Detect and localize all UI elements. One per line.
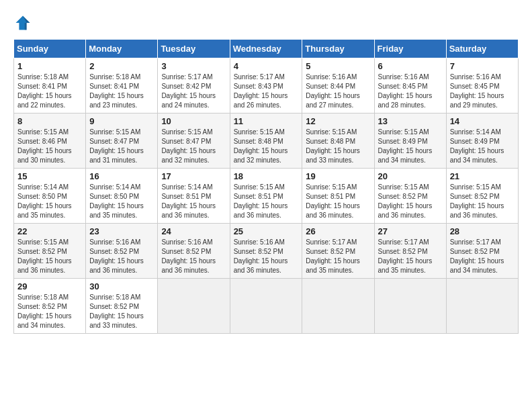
calendar-table: SundayMondayTuesdayWednesdayThursdayFrid… [13, 39, 519, 334]
day-number: 29 [17, 281, 82, 291]
day-info: Sunrise: 5:17 AM Sunset: 8:52 PM Dayligh… [450, 238, 515, 275]
day-number: 4 [234, 61, 299, 71]
day-info: Sunrise: 5:18 AM Sunset: 8:52 PM Dayligh… [89, 293, 154, 330]
calendar-header-row: SundayMondayTuesdayWednesdayThursdayFrid… [14, 40, 519, 58]
day-header-wednesday: Wednesday [230, 40, 302, 58]
day-number: 19 [306, 171, 370, 181]
calendar-cell: 14Sunrise: 5:14 AM Sunset: 8:49 PM Dayli… [446, 113, 518, 169]
day-number: 25 [234, 226, 299, 236]
calendar-cell [158, 279, 230, 334]
day-number: 17 [161, 171, 226, 181]
calendar-cell: 3Sunrise: 5:17 AM Sunset: 8:42 PM Daylig… [158, 58, 230, 113]
calendar-cell: 25Sunrise: 5:16 AM Sunset: 8:52 PM Dayli… [230, 224, 302, 279]
calendar-cell: 30Sunrise: 5:18 AM Sunset: 8:52 PM Dayli… [86, 279, 158, 334]
calendar-cell: 20Sunrise: 5:15 AM Sunset: 8:52 PM Dayli… [374, 169, 446, 224]
day-info: Sunrise: 5:15 AM Sunset: 8:46 PM Dayligh… [17, 128, 82, 165]
day-info: Sunrise: 5:14 AM Sunset: 8:50 PM Dayligh… [17, 183, 82, 220]
calendar-cell [230, 279, 302, 334]
calendar-cell [374, 279, 446, 334]
day-info: Sunrise: 5:14 AM Sunset: 8:51 PM Dayligh… [161, 183, 226, 220]
day-number: 28 [450, 226, 515, 236]
day-number: 20 [378, 171, 443, 181]
day-number: 5 [306, 61, 370, 71]
day-number: 15 [17, 171, 82, 181]
day-number: 8 [17, 116, 82, 126]
day-info: Sunrise: 5:17 AM Sunset: 8:52 PM Dayligh… [378, 238, 443, 275]
day-info: Sunrise: 5:16 AM Sunset: 8:52 PM Dayligh… [89, 238, 154, 275]
calendar-cell: 19Sunrise: 5:15 AM Sunset: 8:51 PM Dayli… [302, 169, 374, 224]
day-number: 6 [378, 61, 443, 71]
day-info: Sunrise: 5:17 AM Sunset: 8:43 PM Dayligh… [234, 73, 299, 110]
day-info: Sunrise: 5:14 AM Sunset: 8:49 PM Dayligh… [450, 128, 515, 165]
calendar-week-1: 1Sunrise: 5:18 AM Sunset: 8:41 PM Daylig… [14, 58, 519, 113]
calendar-week-2: 8Sunrise: 5:15 AM Sunset: 8:46 PM Daylig… [14, 113, 519, 169]
day-number: 2 [89, 61, 154, 71]
day-number: 18 [234, 171, 299, 181]
day-info: Sunrise: 5:16 AM Sunset: 8:45 PM Dayligh… [378, 73, 443, 110]
day-header-monday: Monday [86, 40, 158, 58]
day-number: 14 [450, 116, 515, 126]
calendar-cell: 15Sunrise: 5:14 AM Sunset: 8:50 PM Dayli… [14, 169, 86, 224]
calendar-cell: 1Sunrise: 5:18 AM Sunset: 8:41 PM Daylig… [14, 58, 86, 113]
calendar-cell: 5Sunrise: 5:16 AM Sunset: 8:44 PM Daylig… [302, 58, 374, 113]
day-number: 22 [17, 226, 82, 236]
day-info: Sunrise: 5:15 AM Sunset: 8:47 PM Dayligh… [89, 128, 154, 165]
calendar-cell: 26Sunrise: 5:17 AM Sunset: 8:52 PM Dayli… [302, 224, 374, 279]
day-number: 10 [161, 116, 226, 126]
day-header-saturday: Saturday [446, 40, 518, 58]
day-info: Sunrise: 5:16 AM Sunset: 8:44 PM Dayligh… [306, 73, 370, 110]
day-number: 7 [450, 61, 515, 71]
day-header-sunday: Sunday [14, 40, 86, 58]
calendar-cell: 10Sunrise: 5:15 AM Sunset: 8:47 PM Dayli… [158, 113, 230, 169]
calendar-cell: 28Sunrise: 5:17 AM Sunset: 8:52 PM Dayli… [446, 224, 518, 279]
day-number: 13 [378, 116, 443, 126]
calendar-cell: 6Sunrise: 5:16 AM Sunset: 8:45 PM Daylig… [374, 58, 446, 113]
day-info: Sunrise: 5:15 AM Sunset: 8:51 PM Dayligh… [306, 183, 370, 220]
day-number: 1 [17, 61, 82, 71]
day-info: Sunrise: 5:15 AM Sunset: 8:52 PM Dayligh… [17, 238, 82, 275]
day-info: Sunrise: 5:15 AM Sunset: 8:47 PM Dayligh… [161, 128, 226, 165]
calendar-cell: 24Sunrise: 5:16 AM Sunset: 8:52 PM Dayli… [158, 224, 230, 279]
logo-icon [13, 13, 32, 32]
day-header-tuesday: Tuesday [158, 40, 230, 58]
day-number: 23 [89, 226, 154, 236]
calendar-cell: 7Sunrise: 5:16 AM Sunset: 8:45 PM Daylig… [446, 58, 518, 113]
day-number: 26 [306, 226, 370, 236]
calendar-cell: 16Sunrise: 5:14 AM Sunset: 8:50 PM Dayli… [86, 169, 158, 224]
calendar-cell: 2Sunrise: 5:18 AM Sunset: 8:41 PM Daylig… [86, 58, 158, 113]
calendar-cell: 29Sunrise: 5:18 AM Sunset: 8:52 PM Dayli… [14, 279, 86, 334]
calendar-cell: 11Sunrise: 5:15 AM Sunset: 8:48 PM Dayli… [230, 113, 302, 169]
day-info: Sunrise: 5:15 AM Sunset: 8:49 PM Dayligh… [378, 128, 443, 165]
calendar-cell: 13Sunrise: 5:15 AM Sunset: 8:49 PM Dayli… [374, 113, 446, 169]
calendar-cell: 21Sunrise: 5:15 AM Sunset: 8:52 PM Dayli… [446, 169, 518, 224]
day-info: Sunrise: 5:18 AM Sunset: 8:52 PM Dayligh… [17, 293, 82, 330]
day-header-friday: Friday [374, 40, 446, 58]
day-number: 11 [234, 116, 299, 126]
day-info: Sunrise: 5:18 AM Sunset: 8:41 PM Dayligh… [89, 73, 154, 110]
day-header-thursday: Thursday [302, 40, 374, 58]
day-number: 9 [89, 116, 154, 126]
calendar-week-5: 29Sunrise: 5:18 AM Sunset: 8:52 PM Dayli… [14, 279, 519, 334]
day-info: Sunrise: 5:15 AM Sunset: 8:48 PM Dayligh… [234, 128, 299, 165]
day-number: 30 [89, 281, 154, 291]
day-number: 3 [161, 61, 226, 71]
calendar-cell: 9Sunrise: 5:15 AM Sunset: 8:47 PM Daylig… [86, 113, 158, 169]
day-info: Sunrise: 5:15 AM Sunset: 8:52 PM Dayligh… [450, 183, 515, 220]
day-info: Sunrise: 5:16 AM Sunset: 8:45 PM Dayligh… [450, 73, 515, 110]
day-info: Sunrise: 5:16 AM Sunset: 8:52 PM Dayligh… [161, 238, 226, 275]
header [13, 13, 519, 32]
calendar-cell: 18Sunrise: 5:15 AM Sunset: 8:51 PM Dayli… [230, 169, 302, 224]
day-number: 24 [161, 226, 226, 236]
calendar-cell: 8Sunrise: 5:15 AM Sunset: 8:46 PM Daylig… [14, 113, 86, 169]
calendar-cell [446, 279, 518, 334]
calendar-cell: 4Sunrise: 5:17 AM Sunset: 8:43 PM Daylig… [230, 58, 302, 113]
calendar-cell: 17Sunrise: 5:14 AM Sunset: 8:51 PM Dayli… [158, 169, 230, 224]
calendar-cell: 27Sunrise: 5:17 AM Sunset: 8:52 PM Dayli… [374, 224, 446, 279]
logo [13, 13, 35, 32]
calendar-cell [302, 279, 374, 334]
calendar-week-3: 15Sunrise: 5:14 AM Sunset: 8:50 PM Dayli… [14, 169, 519, 224]
day-number: 27 [378, 226, 443, 236]
calendar-cell: 23Sunrise: 5:16 AM Sunset: 8:52 PM Dayli… [86, 224, 158, 279]
day-number: 12 [306, 116, 370, 126]
day-number: 21 [450, 171, 515, 181]
